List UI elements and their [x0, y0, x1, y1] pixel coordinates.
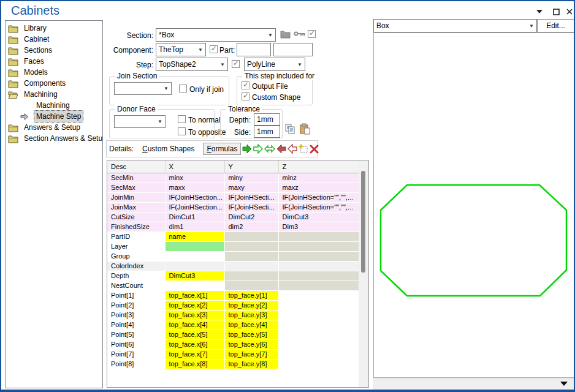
- tree-item-machining[interactable]: Machining: [6, 89, 102, 100]
- formulas-grid: Desc X Y Z SecMinminxminyminzSecMaxmaxxm…: [107, 160, 369, 388]
- tree-item-components[interactable]: Components: [6, 78, 102, 89]
- step-type-combo[interactable]: PolyLine▼: [244, 58, 305, 71]
- page-title: Cabinets: [11, 4, 59, 18]
- details-label: Details:: [109, 145, 134, 153]
- window-maximize-icon[interactable]: [551, 7, 561, 16]
- table-row[interactable]: [107, 369, 359, 379]
- tree-item-library[interactable]: Library: [6, 23, 102, 34]
- scrollbar-thumb[interactable]: [361, 171, 365, 273]
- component-combo[interactable]: TheTop▼: [156, 43, 206, 56]
- section-checkbox[interactable]: [308, 30, 316, 38]
- custom-shape-checkbox[interactable]: [242, 92, 249, 100]
- new-item-icon[interactable]: [299, 143, 308, 154]
- move-right-solid-icon[interactable]: [242, 143, 252, 154]
- table-row[interactable]: Point[2]top_face.x[2]top_face.y[2]: [107, 300, 359, 310]
- table-row[interactable]: JoinMaxIF(JoinHSection...IF(JoinHSecti..…: [107, 202, 359, 212]
- table-row[interactable]: Point[4]top_face.x[4]top_face.y[4]: [107, 320, 359, 330]
- part-label: Part:: [219, 45, 235, 55]
- table-row[interactable]: NestCount: [107, 281, 359, 290]
- part-input-2[interactable]: [273, 43, 313, 56]
- depth-input[interactable]: [254, 113, 280, 126]
- to-normal-checkbox[interactable]: [178, 115, 186, 123]
- folder-open-icon: [8, 89, 19, 99]
- step-label: Step:: [105, 60, 153, 70]
- table-row[interactable]: Point[7]top_face.x[7]top_face.y[7]: [107, 349, 359, 359]
- table-row[interactable]: Point[6]top_face.x[6]top_face.y[6]: [107, 339, 359, 349]
- tree-item-cabinet[interactable]: Cabinet: [6, 34, 102, 45]
- table-row[interactable]: DepthDimCut3: [107, 271, 359, 281]
- app-window: Cabinets LibraryCabinetSectionsFacesMode…: [0, 0, 575, 392]
- donor-face-combo[interactable]: ▼: [114, 115, 166, 128]
- folder-icon: [8, 123, 19, 132]
- tolerance-title: Tolerance: [226, 105, 262, 113]
- folder-icon: [8, 134, 19, 143]
- shape-select-combo[interactable]: Box▼: [373, 19, 537, 32]
- table-row[interactable]: FinishedSizedim1dim2Dim3: [107, 222, 359, 232]
- expander-arrow-icon[interactable]: [560, 382, 568, 386]
- component-checkbox[interactable]: [210, 45, 218, 53]
- key-icon[interactable]: [294, 30, 305, 41]
- section-label: Section:: [105, 31, 153, 40]
- part-input[interactable]: [237, 43, 271, 56]
- copy-icon[interactable]: [285, 124, 296, 135]
- tree-item-models[interactable]: Models: [6, 67, 102, 78]
- table-row[interactable]: ColorIndex: [107, 261, 359, 271]
- paste-icon[interactable]: [300, 123, 311, 134]
- tab-formulas[interactable]: Formulas: [203, 143, 241, 155]
- join-section-combo[interactable]: ▼: [114, 82, 172, 95]
- table-row[interactable]: Point[1]top_face.x[1]top_face.y[1]: [107, 290, 359, 300]
- arrow-icon: [20, 111, 31, 121]
- step-checkbox[interactable]: [232, 60, 240, 68]
- only-if-join-checkbox[interactable]: [179, 85, 187, 92]
- move-left-solid-icon[interactable]: [276, 143, 286, 154]
- shape-preview-canvas: [373, 32, 574, 378]
- move-both-icon[interactable]: [264, 143, 275, 154]
- side-input[interactable]: [254, 126, 280, 138]
- tree-item-label: Machining: [34, 99, 72, 111]
- table-header: Desc X Y Z: [107, 160, 359, 173]
- window-close-icon[interactable]: [565, 7, 574, 16]
- tree-item-label: Components: [21, 77, 68, 89]
- tree: LibraryCabinetSectionsFacesModelsCompone…: [5, 20, 103, 388]
- col-z[interactable]: Z: [278, 160, 359, 173]
- tree-item-label: Sections: [21, 44, 55, 56]
- table-row[interactable]: SecMaxmaxxmaxymaxz: [107, 183, 359, 192]
- window-collapse-icon[interactable]: [535, 7, 544, 16]
- table-row[interactable]: JoinMinIF(JoinHSection...IF(JoinHSecti..…: [107, 192, 359, 202]
- table-body: SecMinminxminyminzSecMaxmaxxmaxymaxzJoin…: [107, 173, 359, 379]
- table-row[interactable]: SecMinminxminyminz: [107, 173, 359, 183]
- tree-item-sections[interactable]: Sections: [6, 45, 102, 56]
- table-row[interactable]: CutSizeDimCut1DimCut2DimCut3: [107, 212, 359, 222]
- table-row[interactable]: PartIDname: [107, 232, 359, 241]
- tree-item-answers-setup[interactable]: Answers & Setup: [6, 122, 102, 133]
- tree-item-section-answers-setup[interactable]: Section Answers & Setup: [6, 133, 102, 144]
- table-row[interactable]: Point[8]top_face.x[8]top_face.y[8]: [107, 359, 359, 369]
- join-section-title: Join Section: [115, 72, 159, 80]
- delete-icon[interactable]: [310, 143, 319, 154]
- tree-item-machining[interactable]: Machining: [6, 100, 102, 111]
- to-opposite-checkbox[interactable]: [178, 127, 186, 135]
- section-combo[interactable]: *Box▼: [156, 28, 276, 42]
- col-y[interactable]: Y: [224, 160, 278, 173]
- col-x[interactable]: X: [165, 160, 224, 173]
- bottom-expander-bar[interactable]: [373, 378, 575, 390]
- vertical-scrollbar[interactable]: [359, 160, 368, 387]
- table-row[interactable]: Point[3]top_face.x[3]top_face.y[3]: [107, 310, 359, 320]
- col-desc[interactable]: Desc: [107, 160, 165, 173]
- edit-button[interactable]: Edit...: [537, 19, 574, 32]
- table-row[interactable]: Layer: [107, 241, 359, 251]
- tree-item-machine-step[interactable]: Machine Step: [6, 111, 102, 122]
- table-row[interactable]: Point[5]top_face.x[5]top_face.y[5]: [107, 330, 359, 339]
- step-combo[interactable]: TopShape2▼: [156, 58, 228, 71]
- move-right-outline-icon[interactable]: [253, 143, 263, 154]
- custom-shape-label: Custom Shape: [252, 92, 300, 102]
- folder-icon: [8, 78, 19, 88]
- move-left-outline-icon[interactable]: [288, 143, 297, 154]
- chevron-down-icon: ▼: [158, 119, 165, 124]
- tree-item-faces[interactable]: Faces: [6, 56, 102, 67]
- output-file-checkbox[interactable]: [242, 81, 249, 89]
- tree-item-label: Machine Step: [34, 110, 83, 123]
- tab-custom-shapes[interactable]: Custom Shapes: [139, 143, 198, 155]
- table-row[interactable]: Group: [107, 251, 359, 261]
- folder-disabled-icon[interactable]: [280, 29, 291, 40]
